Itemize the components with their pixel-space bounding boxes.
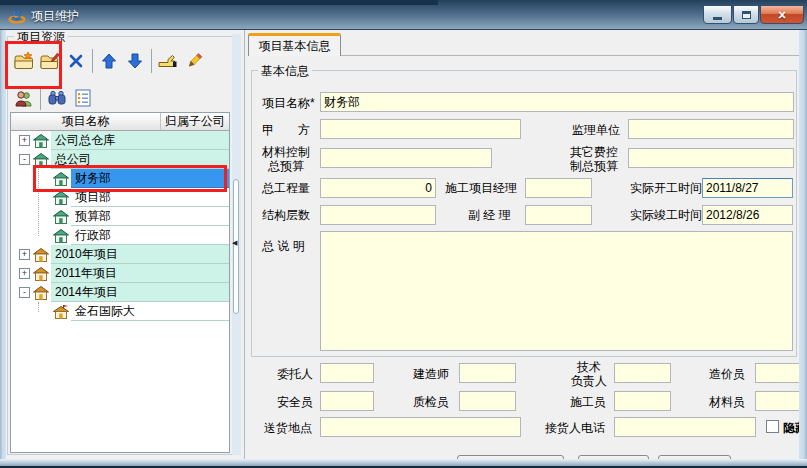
tech-lead-input[interactable] <box>614 363 671 383</box>
actual-start-input[interactable] <box>702 178 793 198</box>
select-hand-button[interactable] <box>155 47 181 75</box>
minimize-button[interactable] <box>703 5 732 24</box>
expand-toggle-icon[interactable]: + <box>19 268 30 279</box>
window-border-bottom <box>0 459 807 468</box>
quality-inspector-input[interactable] <box>459 391 516 411</box>
tree-row-label[interactable]: 总公司 <box>51 150 229 169</box>
basic-info-caption: 基本信息 <box>258 63 312 80</box>
move-up-button[interactable] <box>96 47 122 75</box>
expand-toggle-icon[interactable]: + <box>19 249 30 260</box>
tree-header[interactable]: 项目名称 归属子公司 <box>11 113 229 131</box>
tree-row-label[interactable]: 金石国际大 <box>71 302 229 321</box>
arrow-up-icon <box>101 53 117 69</box>
delivery-address-label: 送货地点 <box>264 421 312 435</box>
project-resource-caption: 项目资源 <box>14 29 68 46</box>
construction-pm-input[interactable] <box>525 178 592 198</box>
construction-worker-input[interactable] <box>614 391 671 411</box>
minimize-icon <box>713 17 722 20</box>
green-house-icon <box>33 134 49 148</box>
tree-row-2010-projects[interactable]: + 2010年项目 <box>11 245 229 264</box>
green-house-icon <box>33 153 49 167</box>
total-quantity-input[interactable] <box>320 178 436 198</box>
users-icon <box>15 90 33 107</box>
tree-row-jinshi-international[interactable]: 金石国际大 <box>11 302 229 321</box>
tree-row-company-warehouse[interactable]: + 公司总仓库 <box>11 131 229 150</box>
users-button[interactable] <box>11 84 37 112</box>
client-label: 委托人 <box>277 367 313 381</box>
tree-row-label[interactable]: 项目部 <box>71 188 229 207</box>
delete-x-icon <box>68 53 84 69</box>
tree-row-label[interactable]: 财务部 <box>71 169 229 188</box>
orange-house-icon <box>33 267 49 281</box>
edit-pencil-button[interactable] <box>181 47 207 75</box>
close-icon: × <box>778 8 786 22</box>
builder-input[interactable] <box>459 363 516 383</box>
tab-strip-line <box>341 55 800 56</box>
tree-row-head-office[interactable]: - 总公司 <box>11 150 229 169</box>
delete-button[interactable] <box>63 47 89 75</box>
material-budget-input[interactable] <box>320 148 492 168</box>
tree-row-label[interactable]: 2010年项目 <box>51 245 229 264</box>
project-name-label: 项目名称* <box>262 96 315 110</box>
description-textarea[interactable] <box>320 231 793 351</box>
tree-row-finance-dept[interactable]: 财务部 <box>11 169 229 188</box>
tree-row-label[interactable]: 预算部 <box>71 207 229 226</box>
tree-row-admin-dept[interactable]: 行政部 <box>11 226 229 245</box>
column-header-project-name[interactable]: 项目名称 <box>11 113 161 130</box>
tree-row-label[interactable]: 行政部 <box>71 226 229 245</box>
floors-input[interactable] <box>320 205 436 225</box>
edit-folder-icon <box>40 52 60 70</box>
search-button[interactable] <box>44 84 70 112</box>
expand-toggle-icon[interactable]: - <box>19 154 30 165</box>
green-house-icon <box>53 210 69 224</box>
toolbar-separator <box>151 49 152 73</box>
right-panel-edge <box>244 30 245 459</box>
material-budget-label: 材料控制 总预算 <box>256 145 316 173</box>
pointing-hand-icon <box>158 53 178 69</box>
other-fee-budget-input[interactable] <box>628 148 794 168</box>
party-a-input[interactable] <box>320 119 521 139</box>
move-down-button[interactable] <box>122 47 148 75</box>
panel-splitter[interactable]: ◀ <box>232 34 241 455</box>
hide-checkbox[interactable] <box>766 420 779 433</box>
project-name-input[interactable] <box>320 92 794 112</box>
description-label: 总 说 明 <box>262 239 305 253</box>
close-button[interactable]: × <box>760 5 804 24</box>
tree-row-project-dept[interactable]: 项目部 <box>11 188 229 207</box>
tree-row-2014-projects[interactable]: - 2014年项目 <box>11 283 229 302</box>
tree-row-label[interactable]: 公司总仓库 <box>51 131 229 150</box>
tree-row-label[interactable]: 2014年项目 <box>51 283 229 302</box>
cost-estimator-label: 造价员 <box>709 367 745 381</box>
actual-finish-input[interactable] <box>702 205 793 225</box>
tree-row-label[interactable]: 2011年项目 <box>51 264 229 283</box>
tree-row-budget-dept[interactable]: 预算部 <box>11 207 229 226</box>
supervision-unit-input[interactable] <box>628 119 794 139</box>
splitter-handle[interactable] <box>233 179 239 314</box>
green-house-icon <box>53 191 69 205</box>
maximize-button[interactable] <box>733 5 759 24</box>
orange-house-icon <box>33 286 49 300</box>
deputy-manager-input[interactable] <box>525 205 592 225</box>
total-quantity-label: 总工程量 <box>262 181 310 195</box>
client-input[interactable] <box>320 363 374 383</box>
actual-finish-label: 实际竣工时间 <box>630 208 702 222</box>
expand-toggle-icon[interactable]: - <box>19 287 30 298</box>
column-header-subsidiary[interactable]: 归属子公司 <box>161 113 229 130</box>
new-folder-button[interactable] <box>11 47 37 75</box>
app-logo-icon: S <box>8 7 26 24</box>
tree-toolbar-row2 <box>11 84 96 112</box>
tree-row-2011-projects[interactable]: + 2011年项目 <box>11 264 229 283</box>
tab-project-basic-info[interactable]: 项目基本信息 <box>248 33 341 56</box>
edit-folder-button[interactable] <box>37 47 63 75</box>
delivery-address-input[interactable] <box>320 417 521 437</box>
orange-house-icon <box>33 248 49 262</box>
arrow-down-icon <box>127 53 143 69</box>
expand-toggle-icon[interactable]: + <box>19 135 30 146</box>
window-border-right <box>799 30 807 468</box>
pencil-icon <box>185 52 203 70</box>
safety-officer-input[interactable] <box>320 391 374 411</box>
receiver-phone-input[interactable] <box>614 417 756 437</box>
tree-connector <box>38 302 39 312</box>
list-view-button[interactable] <box>70 84 96 112</box>
tree-toolbar-row1 <box>11 47 207 75</box>
